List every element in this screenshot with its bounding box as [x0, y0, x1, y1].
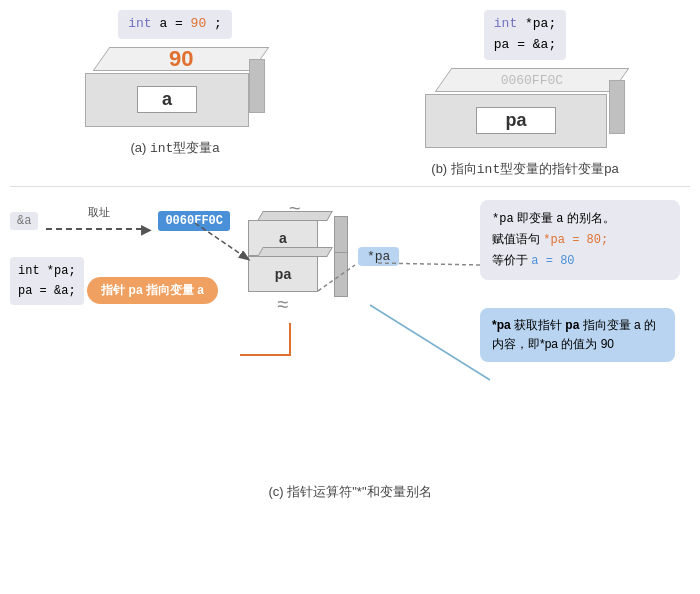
bottom-section: &a 取址 ▶ 0060FF0C int *pa; pa = &a; 指针 pa…	[0, 195, 700, 505]
memory-column: ≈ a pa ≈	[248, 200, 348, 314]
mem-top-pa	[257, 247, 333, 257]
code-block-pa: int *pa; pa = &a;	[484, 10, 566, 60]
callout-alias: *pa 即变量 a 的别名。 赋值语句 *pa = 80; 等价于 a = 80	[480, 200, 680, 280]
mem-top-a	[257, 211, 333, 221]
pa-box-front: pa	[425, 94, 607, 148]
code-text-a: a =	[159, 16, 190, 31]
pa-front-label: pa	[476, 107, 555, 134]
amp-a-label: &a	[10, 212, 38, 230]
code-small-bottom: int *pa; pa = &a;	[10, 257, 84, 306]
bottom-caption: (c) 指针运算符"*"和变量别名	[0, 483, 700, 501]
keyword-int: int	[128, 16, 151, 31]
arrow-head: ▶	[141, 221, 152, 237]
code-block-a: int a = 90 ;	[118, 10, 232, 39]
arrow-label: 取址	[88, 205, 110, 220]
box-top-value: 90	[169, 46, 193, 72]
code-pa-assign: pa = &a;	[494, 37, 556, 52]
mem-cell-pa: pa	[248, 256, 318, 292]
mem-squiggle-bottom: ≈	[248, 294, 318, 314]
pa-addr-display: 0060FF0C	[501, 72, 563, 87]
top-section: int a = 90 ; 90 a (a) int型变量a int *	[0, 0, 700, 178]
code-star-pa: *pa;	[525, 16, 556, 31]
svg-line-3	[370, 305, 490, 380]
kw-int-bottom: int	[18, 264, 40, 278]
code-semicolon: ;	[214, 16, 222, 31]
arrow-area: 取址 ▶	[46, 205, 152, 237]
variable-box-pa: 0060FF0C pa	[425, 68, 625, 148]
callout-fetch: *pa 获取指针 pa 指向变量 a 的内容，即*pa 的值为 90	[480, 308, 675, 362]
value-90: 90	[191, 16, 207, 31]
star-pa-area: *pa	[358, 247, 399, 266]
box-side-face	[249, 59, 265, 113]
pa-box-top: 0060FF0C	[435, 68, 630, 92]
top-right-panel: int *pa; pa = &a; 0060FF0C pa (b) 指向int型…	[350, 10, 700, 178]
box-front-label: a	[137, 86, 197, 113]
star-pa-badge: *pa	[358, 247, 399, 266]
mem-row-pa: pa	[248, 256, 348, 292]
box-front-face: a	[85, 73, 249, 127]
mem-side-pa	[334, 252, 348, 297]
pa-box-side	[609, 80, 625, 134]
dashed-line	[46, 228, 142, 230]
bottom-left: &a 取址 ▶ 0060FF0C int *pa; pa = &a; 指针 pa…	[10, 205, 230, 306]
address-row: &a 取址 ▶ 0060FF0C	[10, 205, 230, 237]
dashed-arrow: ▶	[46, 221, 152, 237]
right-callouts: *pa 即变量 a 的别名。 赋值语句 *pa = 80; 等价于 a = 80…	[480, 200, 690, 363]
variable-box-a: 90 a	[85, 47, 265, 127]
keyword-int-2: int	[494, 16, 517, 31]
caption-pa: (b) 指向int型变量的指针变量pa	[431, 160, 618, 178]
pointer-badge: 指针 pa 指向变量 a	[87, 277, 218, 304]
top-left-panel: int a = 90 ; 90 a (a) int型变量a	[0, 10, 350, 178]
section-divider	[10, 186, 690, 187]
addr-box-value: 0060FF0C	[158, 211, 230, 231]
caption-a: (a) int型变量a	[130, 139, 219, 157]
box-top-face: 90	[93, 47, 270, 71]
